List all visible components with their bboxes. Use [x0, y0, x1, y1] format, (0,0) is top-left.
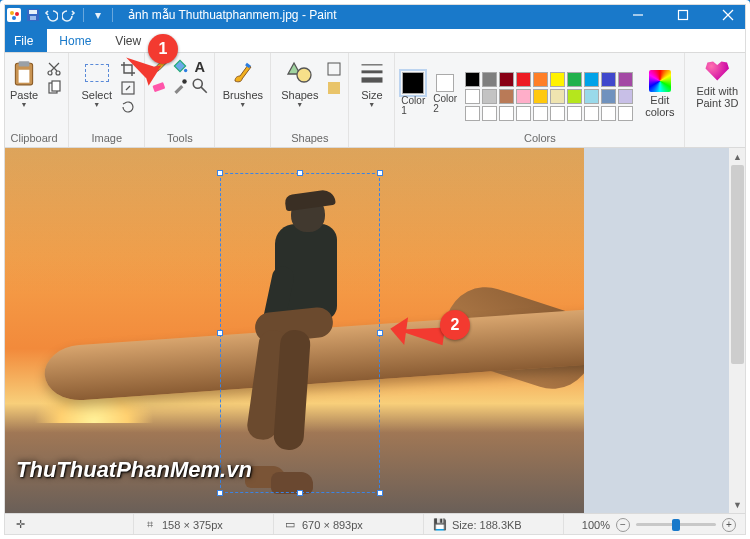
undo-icon[interactable]	[44, 8, 58, 22]
paste-label: Paste	[10, 89, 38, 101]
selection-handle-e[interactable]	[377, 330, 383, 336]
svg-point-1	[10, 11, 14, 15]
scroll-down-button[interactable]: ▼	[729, 496, 746, 513]
palette-swatch[interactable]	[499, 72, 514, 87]
selection-rectangle[interactable]	[220, 173, 380, 493]
home-tab[interactable]: Home	[47, 29, 103, 52]
edit-colors-button[interactable]: Edit colors	[641, 68, 678, 120]
qat-customize-icon[interactable]: ▾	[91, 8, 105, 22]
palette-swatch[interactable]	[550, 89, 565, 104]
palette-swatch[interactable]	[516, 89, 531, 104]
outline-icon[interactable]	[326, 61, 342, 77]
palette-swatch[interactable]	[567, 72, 582, 87]
color1-button[interactable]: Color 1	[401, 72, 425, 116]
fill-shape-icon[interactable]	[326, 80, 342, 96]
color2-button[interactable]: Color 2	[433, 74, 457, 114]
shapes-label: Shapes	[281, 89, 318, 101]
svg-rect-6	[30, 16, 36, 20]
palette-swatch[interactable]	[499, 89, 514, 104]
view-tab[interactable]: View	[103, 29, 153, 52]
palette-swatch[interactable]	[584, 106, 599, 121]
palette-swatch[interactable]	[567, 106, 582, 121]
cut-icon[interactable]	[46, 61, 62, 77]
rotate-icon[interactable]	[120, 99, 136, 115]
redo-icon[interactable]	[62, 8, 76, 22]
brushes-button[interactable]: Brushes ▼	[219, 57, 267, 111]
color1-label: Color 1	[401, 96, 425, 116]
eyedropper-icon[interactable]	[171, 77, 189, 95]
palette-swatch[interactable]	[601, 106, 616, 121]
zoom-in-button[interactable]: +	[722, 518, 736, 532]
palette-swatch[interactable]	[499, 106, 514, 121]
palette-swatch[interactable]	[618, 72, 633, 87]
eraser-icon[interactable]	[151, 77, 169, 95]
palette-swatch[interactable]	[550, 106, 565, 121]
palette-swatch[interactable]	[618, 89, 633, 104]
selection-handle-sw[interactable]	[217, 490, 223, 496]
palette-swatch[interactable]	[516, 72, 531, 87]
palette-swatch[interactable]	[601, 72, 616, 87]
selection-handle-n[interactable]	[297, 170, 303, 176]
size-button[interactable]: Size ▼	[354, 57, 390, 111]
palette-swatch[interactable]	[567, 89, 582, 104]
palette-swatch[interactable]	[482, 72, 497, 87]
zoom-slider-thumb[interactable]	[672, 519, 680, 531]
window-title: ảnh mẫu Thuthuatphanmem.jpg - Paint	[128, 8, 337, 22]
brush-icon	[229, 59, 257, 87]
brushes-label: Brushes	[223, 89, 263, 101]
palette-swatch[interactable]	[601, 89, 616, 104]
paste-button[interactable]: Paste ▼	[6, 57, 42, 111]
svg-rect-5	[29, 10, 37, 14]
svg-point-25	[297, 68, 311, 82]
selection-handle-s[interactable]	[297, 490, 303, 496]
palette-swatch[interactable]	[482, 106, 497, 121]
scroll-up-button[interactable]: ▲	[729, 148, 746, 165]
copy-icon[interactable]	[46, 80, 62, 96]
selection-handle-nw[interactable]	[217, 170, 223, 176]
title-bar: ▾ ảnh mẫu Thuthuatphanmem.jpg - Paint	[0, 0, 750, 29]
magnifier-icon[interactable]	[191, 77, 209, 95]
palette-swatch[interactable]	[584, 89, 599, 104]
svg-rect-17	[52, 81, 60, 91]
vertical-scrollbar[interactable]: ▲ ▼	[729, 148, 746, 513]
file-tab[interactable]: File	[0, 29, 47, 52]
selection-handle-w[interactable]	[217, 330, 223, 336]
svg-rect-21	[152, 82, 165, 92]
maximize-button[interactable]	[660, 0, 705, 29]
close-button[interactable]	[705, 0, 750, 29]
selection-handle-se[interactable]	[377, 490, 383, 496]
select-button[interactable]: Select ▼	[77, 57, 116, 111]
paint3d-button[interactable]: Edit with Paint 3D	[692, 57, 742, 111]
palette-swatch[interactable]	[550, 72, 565, 87]
zoom-out-button[interactable]: −	[616, 518, 630, 532]
palette-swatch[interactable]	[465, 106, 480, 121]
minimize-button[interactable]	[615, 0, 660, 29]
colors-group-label: Colors	[524, 131, 556, 145]
color-wheel-icon	[649, 70, 671, 92]
save-icon[interactable]	[26, 8, 40, 22]
cursor-position-cell: ✛	[4, 514, 134, 535]
svg-rect-12	[19, 61, 30, 66]
palette-swatch[interactable]	[516, 106, 531, 121]
zoom-control: 100% − +	[572, 518, 746, 532]
palette-swatch[interactable]	[465, 89, 480, 104]
scroll-thumb[interactable]	[731, 165, 744, 364]
palette-swatch[interactable]	[465, 72, 480, 87]
image-canvas[interactable]: 2 ThuThuatPhanMem.vn	[4, 148, 584, 513]
palette-swatch[interactable]	[533, 89, 548, 104]
svg-point-3	[12, 16, 16, 20]
resize-icon[interactable]	[120, 80, 136, 96]
palette-swatch[interactable]	[533, 72, 548, 87]
palette-swatch[interactable]	[533, 106, 548, 121]
file-size-cell: 💾 Size: 188.3KB	[424, 514, 564, 535]
text-icon[interactable]: A	[191, 57, 209, 75]
palette-swatch[interactable]	[584, 72, 599, 87]
svg-rect-27	[328, 82, 340, 94]
palette-swatch[interactable]	[618, 106, 633, 121]
shapes-button[interactable]: Shapes ▼	[277, 57, 322, 111]
palette-swatch[interactable]	[482, 89, 497, 104]
disk-icon: 💾	[432, 517, 448, 533]
color-palette[interactable]	[465, 68, 633, 121]
zoom-slider[interactable]	[636, 523, 716, 526]
selection-handle-ne[interactable]	[377, 170, 383, 176]
